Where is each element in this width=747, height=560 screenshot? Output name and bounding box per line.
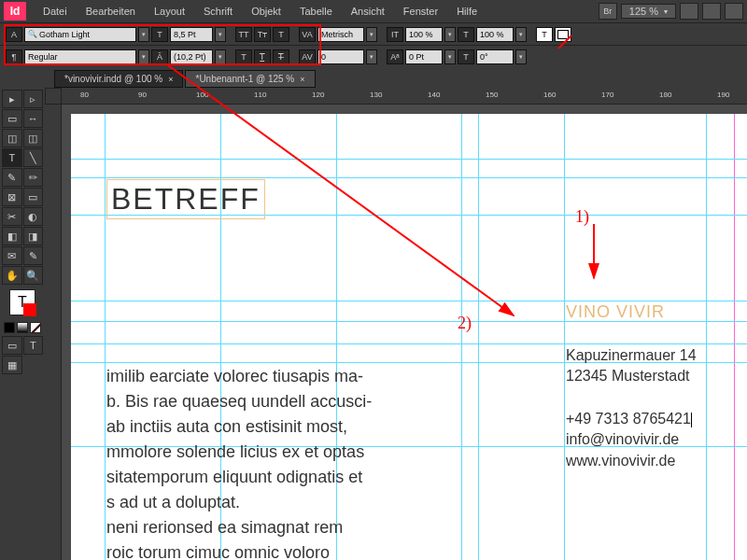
view-mode-icon[interactable]: ▦ <box>2 356 22 374</box>
zoom-level[interactable]: 125 % <box>621 4 676 19</box>
menu-layout[interactable]: Layout <box>145 6 194 17</box>
apply-color-icon[interactable]: T <box>23 336 44 355</box>
font-style-field[interactable]: Regular <box>24 49 136 64</box>
kerning-field[interactable]: Metrisch <box>317 27 364 42</box>
content-placer-tool[interactable]: ◫ <box>23 129 44 147</box>
gradient-tool[interactable]: ◧ <box>2 227 22 245</box>
annotation-label-1: 1) <box>575 207 589 227</box>
pen-tool[interactable]: ✎ <box>2 168 22 187</box>
menu-datei[interactable]: Datei <box>34 6 77 17</box>
close-icon[interactable]: × <box>168 75 173 84</box>
font-size-dropdown[interactable]: ▾ <box>215 27 226 42</box>
body-line: b. Bis rae quaeseq uundell accusci- <box>106 389 489 414</box>
guide-margin[interactable] <box>734 114 735 560</box>
control-bar-paragraph: ¶ Regular ▾ Â (10,2 Pt) ▾ T T̲ T̶ AV 0 ▾… <box>0 45 747 67</box>
skew-dropdown[interactable]: ▾ <box>515 49 527 64</box>
vert-scale-dropdown[interactable]: ▾ <box>444 27 456 42</box>
menu-bearbeiten[interactable]: Bearbeiten <box>77 6 145 17</box>
tab-unbenannt[interactable]: *Unbenannt-1 @ 125 %× <box>185 70 315 88</box>
body-line: imilib earciate volorec tiusapis ma- <box>106 364 489 389</box>
ruler-origin[interactable] <box>45 88 62 105</box>
type-tool[interactable]: T <box>2 148 22 167</box>
selection-tool[interactable]: ▸ <box>2 90 22 108</box>
fill-color-icon[interactable]: T <box>536 27 553 42</box>
all-caps-button[interactable]: TT <box>235 27 252 42</box>
text-frame-betreff[interactable]: BETREFF <box>106 179 265 219</box>
vert-scale-field[interactable]: 100 % <box>405 27 443 42</box>
tracking-field[interactable]: 0 <box>317 49 364 64</box>
gradient-feather-tool[interactable]: ◨ <box>23 227 44 245</box>
arrange-icon[interactable] <box>725 3 743 20</box>
menu-fenster[interactable]: Fenster <box>394 6 447 17</box>
free-transform-tool[interactable]: ◐ <box>23 207 44 226</box>
baseline-dropdown[interactable]: ▾ <box>444 49 456 64</box>
paragraph-format-icon[interactable]: ¶ <box>6 49 22 64</box>
font-family-dropdown[interactable]: ▾ <box>138 27 149 42</box>
subscript-button[interactable]: T <box>235 49 252 64</box>
character-format-icon[interactable]: A <box>6 27 22 42</box>
vertical-ruler[interactable] <box>45 105 62 560</box>
horiz-scale-field[interactable]: 100 % <box>476 27 514 42</box>
eyedropper-tool[interactable]: ✎ <box>23 246 44 265</box>
rectangle-frame-tool[interactable]: ⊠ <box>2 188 22 206</box>
canvas[interactable]: 80 90 100 110 120 130 140 150 160 170 18… <box>45 88 747 560</box>
body-line: mmolore solende licius ex et optas <box>106 440 489 465</box>
color-mode-swatches[interactable] <box>4 322 41 333</box>
guide-horizontal[interactable] <box>71 343 747 344</box>
zoom-tool[interactable]: 🔍 <box>23 266 44 285</box>
leading-field[interactable]: (10,2 Pt) <box>170 49 213 64</box>
line-tool[interactable]: ╲ <box>23 148 44 167</box>
tracking-dropdown[interactable]: ▾ <box>366 49 377 64</box>
content-collector-tool[interactable]: ◫ <box>2 129 22 147</box>
stroke-color-icon[interactable] <box>555 27 571 42</box>
font-size-field[interactable]: 8,5 Pt <box>170 27 213 42</box>
screen-mode-icon[interactable] <box>702 3 721 20</box>
horiz-scale-dropdown[interactable]: ▾ <box>515 27 527 42</box>
menu-objekt[interactable]: Objekt <box>242 6 290 17</box>
gap-tool[interactable]: ↔ <box>23 109 44 128</box>
pencil-tool[interactable]: ✏ <box>23 168 44 187</box>
bridge-button[interactable]: Br <box>599 3 617 20</box>
close-icon[interactable]: × <box>300 75 304 84</box>
rectangle-tool[interactable]: ▭ <box>23 188 44 206</box>
kerning-dropdown[interactable]: ▾ <box>366 27 377 42</box>
horizontal-ruler[interactable]: 80 90 100 110 120 130 140 150 160 170 18… <box>62 88 747 105</box>
document-page[interactable]: BETREFF imilib earciate volorec tiusapis… <box>71 114 747 560</box>
superscript-button[interactable]: T <box>273 27 289 42</box>
page-tool[interactable]: ▭ <box>2 109 22 128</box>
text-address[interactable]: Kapuzinermauer 14 12345 Musterstadt <box>566 345 697 387</box>
email-line: info@vinovivir.de <box>566 429 692 450</box>
menu-schrift[interactable]: Schrift <box>194 6 242 17</box>
normal-view-icon[interactable]: ▭ <box>2 336 22 355</box>
strikethrough-button[interactable]: T̶ <box>273 49 289 64</box>
note-tool[interactable]: ✉ <box>2 246 22 265</box>
small-caps-button[interactable]: Tᴛ <box>254 27 271 42</box>
guide-horizontal[interactable] <box>71 177 747 178</box>
skew-field[interactable]: 0° <box>476 49 514 64</box>
tab-vinovivir[interactable]: *vinovivir.indd @ 100 %× <box>54 70 183 88</box>
menu-ansicht[interactable]: Ansicht <box>342 6 394 17</box>
menu-tabelle[interactable]: Tabelle <box>290 6 342 17</box>
baseline-field[interactable]: 0 Pt <box>405 49 443 64</box>
fill-stroke-swatch[interactable]: T <box>9 289 35 315</box>
guide-vertical[interactable] <box>105 114 106 560</box>
guide-horizontal[interactable] <box>71 159 747 160</box>
menu-hilfe[interactable]: Hilfe <box>447 6 486 17</box>
underline-button[interactable]: T̲ <box>254 49 271 64</box>
font-style-dropdown[interactable]: ▾ <box>138 49 149 64</box>
leading-dropdown[interactable]: ▾ <box>215 49 226 64</box>
view-options-icon[interactable] <box>680 3 698 20</box>
text-company[interactable]: VINO VIVIR <box>566 302 665 322</box>
body-line: sitatemporum eliquunt odignatis et <box>106 465 489 490</box>
text-contact[interactable]: +49 7313 8765421 info@vinovivir.de www.v… <box>566 409 692 471</box>
hand-tool[interactable]: ✋ <box>2 266 22 285</box>
leading-icon: Â <box>151 49 168 64</box>
direct-selection-tool[interactable]: ▹ <box>23 90 44 108</box>
font-family-field[interactable]: 🔍Gotham Light <box>24 27 136 42</box>
tracking-icon: AV <box>299 49 316 64</box>
scissors-tool[interactable]: ✂ <box>2 207 22 226</box>
text-frame-body[interactable]: imilib earciate volorec tiusapis ma- b. … <box>106 364 489 560</box>
guide-vertical[interactable] <box>706 114 707 560</box>
guide-vertical[interactable] <box>564 114 565 560</box>
guide-horizontal[interactable] <box>71 301 747 301</box>
